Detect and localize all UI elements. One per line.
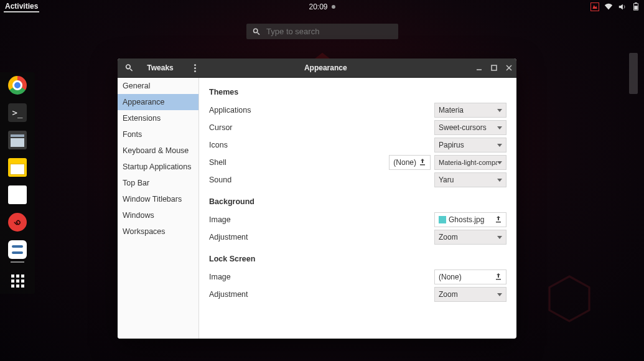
label-bg-image: Image xyxy=(209,215,302,224)
sidebar-item-general[interactable]: General xyxy=(118,78,198,94)
section-lock: Lock Screen xyxy=(209,255,506,263)
sidebar-item-windows[interactable]: Windows xyxy=(118,207,198,223)
dropdown-bg-adjust[interactable]: Zoom xyxy=(434,230,506,245)
dropdown-sound-value: Yaru xyxy=(439,176,454,184)
dropdown-applications[interactable]: Materia xyxy=(434,103,506,118)
content-pane: Themes Applications Materia Cursor Sweet… xyxy=(199,78,516,339)
label-bg-adjust: Adjustment xyxy=(209,233,302,241)
upload-icon xyxy=(495,215,502,225)
dropdown-cursor[interactable]: Sweet-cursors xyxy=(434,120,506,135)
dock: >_ ꩜ xyxy=(0,72,35,294)
label-sound: Sound xyxy=(209,176,302,184)
dock-app-files[interactable] xyxy=(8,131,27,149)
svg-point-4 xyxy=(253,29,257,32)
sidebar-item-titlebars[interactable]: Window Titlebars xyxy=(118,191,198,207)
sidebar-item-appearance[interactable]: Appearance xyxy=(118,94,198,110)
svg-rect-9 xyxy=(492,65,497,70)
activities-search[interactable] xyxy=(246,24,398,39)
dock-app-chrome[interactable] xyxy=(8,76,27,95)
headerbar-search-icon[interactable] xyxy=(125,63,133,72)
dropdown-icons-value: Papirus xyxy=(439,141,464,149)
titlebar: Tweaks Appearance xyxy=(118,59,516,78)
upload-icon xyxy=(419,158,426,167)
label-shell: Shell xyxy=(209,158,302,167)
svg-rect-12 xyxy=(420,164,425,166)
dropdown-shell-value: Materia-light-compact xyxy=(439,159,497,166)
label-lock-adjust: Adjustment xyxy=(209,290,302,299)
sidebar-item-fonts[interactable]: Fonts xyxy=(118,126,198,143)
dropdown-applications-value: Materia xyxy=(439,106,464,115)
dock-app-software[interactable] xyxy=(8,185,27,204)
svg-rect-3 xyxy=(634,6,637,9)
dock-app-mail[interactable] xyxy=(8,158,27,177)
workspace-thumbnail[interactable] xyxy=(629,53,638,94)
dock-app-red[interactable]: ꩜ xyxy=(8,213,27,232)
svg-line-7 xyxy=(130,69,132,71)
dock-app-tweaks[interactable] xyxy=(8,240,27,259)
dropdown-lock-adjust-value: Zoom xyxy=(439,290,458,299)
dock-app-terminal[interactable]: >_ xyxy=(8,103,27,122)
status-area[interactable] xyxy=(590,2,640,11)
dropdown-shell[interactable]: Materia-light-compact xyxy=(434,155,506,170)
clock-time: 20:09 xyxy=(309,2,327,11)
lock-image-chooser[interactable]: (None) xyxy=(434,270,506,284)
bg-image-chooser[interactable]: Ghosts.jpg xyxy=(434,212,506,227)
bg-image-value: Ghosts.jpg xyxy=(449,215,484,224)
shell-file-chooser[interactable]: (None) xyxy=(389,155,431,170)
upload-icon xyxy=(495,273,502,282)
label-applications: Applications xyxy=(209,106,302,115)
volume-icon xyxy=(618,2,627,11)
lock-image-value: (None) xyxy=(439,273,462,281)
dropdown-lock-adjust[interactable]: Zoom xyxy=(434,287,506,302)
activities-button[interactable]: Activities xyxy=(4,1,39,12)
tweaks-window: Tweaks Appearance General Appearance Ext… xyxy=(118,59,516,339)
section-background: Background xyxy=(209,197,506,206)
svg-line-5 xyxy=(257,32,259,34)
sidebar-item-workspaces[interactable]: Workspaces xyxy=(118,223,198,240)
label-lock-image: Image xyxy=(209,273,302,281)
close-button[interactable] xyxy=(505,64,513,72)
image-file-icon xyxy=(439,216,446,223)
sidebar-item-top-bar[interactable]: Top Bar xyxy=(118,175,198,191)
sidebar: General Appearance Extensions Fonts Keyb… xyxy=(118,78,199,339)
maximize-button[interactable] xyxy=(490,64,498,72)
page-title: Appearance xyxy=(304,63,347,72)
dropdown-bg-adjust-value: Zoom xyxy=(439,233,458,241)
wifi-icon xyxy=(604,2,613,11)
dock-running-indicator xyxy=(11,261,24,263)
sidebar-item-keyboard-mouse[interactable]: Keyboard & Mouse xyxy=(118,143,198,159)
label-cursor: Cursor xyxy=(209,123,302,132)
clock[interactable]: 20:09 xyxy=(309,2,335,11)
minimize-button[interactable] xyxy=(475,64,483,72)
wallpaper-hexagon xyxy=(544,274,594,324)
search-icon xyxy=(253,27,261,36)
dock-show-apps[interactable] xyxy=(8,271,27,290)
sidebar-item-startup[interactable]: Startup Applications xyxy=(118,159,198,175)
svg-marker-0 xyxy=(549,276,589,321)
dropdown-cursor-value: Sweet-cursors xyxy=(439,123,487,132)
search-input[interactable] xyxy=(266,27,391,36)
dropdown-sound[interactable]: Yaru xyxy=(434,172,506,187)
screen-recorder-icon[interactable] xyxy=(590,2,599,11)
app-name: Tweaks xyxy=(147,63,173,72)
sidebar-item-extensions[interactable]: Extensions xyxy=(118,110,198,126)
shell-file-value: (None) xyxy=(393,158,416,167)
svg-rect-2 xyxy=(635,2,637,4)
svg-point-6 xyxy=(126,65,131,69)
hamburger-menu[interactable] xyxy=(191,64,199,72)
section-themes: Themes xyxy=(209,88,506,96)
battery-icon xyxy=(632,2,640,11)
dropdown-icons[interactable]: Papirus xyxy=(434,138,506,152)
svg-rect-13 xyxy=(496,222,501,223)
notification-dot xyxy=(332,5,335,9)
label-icons: Icons xyxy=(209,141,302,149)
svg-rect-14 xyxy=(496,279,501,280)
gnome-top-bar: Activities 20:09 xyxy=(0,0,644,14)
